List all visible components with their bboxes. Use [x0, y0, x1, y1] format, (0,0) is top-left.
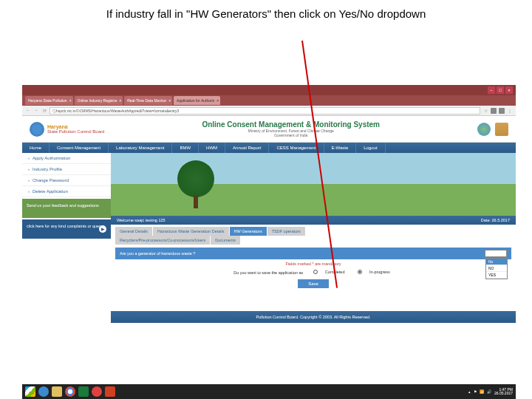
page-footer: Pollution Control Board. Copyright © 200…	[111, 311, 516, 323]
form-tabs: General Details Hazardous Waste Generati…	[111, 225, 516, 236]
maximize-icon[interactable]: □	[497, 86, 504, 94]
minimize-icon[interactable]: −	[488, 86, 495, 94]
welcome-text: Welcome saajc testing 125	[117, 218, 166, 222]
browser-tabs: Haryana State Pollution Online Industry …	[22, 95, 516, 106]
sidebar-item-profile[interactable]: Industry Profile	[22, 164, 111, 175]
ie-icon[interactable]	[38, 386, 49, 397]
board-logo-icon	[30, 122, 44, 137]
nav-consent[interactable]: Consent Management	[50, 143, 109, 153]
reload-icon[interactable]: ⟳	[41, 108, 47, 114]
mandatory-notice: Fields marked * are mandatory	[115, 259, 511, 268]
address-bar: ← → ⟳ ⓘ hspcb.nic.in/OCMMS/Hazardous/Was…	[22, 106, 516, 116]
radio-completed[interactable]	[313, 270, 318, 274]
nav-logout[interactable]: Logout	[356, 143, 385, 153]
browser-tab[interactable]: Online Industry Registra	[75, 96, 123, 105]
date-text: Date: 26.5.2017	[481, 218, 510, 222]
close-icon[interactable]: ×	[505, 86, 513, 94]
flag-icon[interactable]: ⚑	[474, 389, 477, 394]
extension-icon[interactable]	[499, 108, 505, 114]
state-name: Haryana	[47, 124, 104, 129]
chrome-icon[interactable]	[65, 386, 75, 397]
system-title: Online Consent Management & Monitoring S…	[104, 120, 477, 129]
tab-recyclers[interactable]: Recyclers/Pre-processors/Co-processors/U…	[115, 236, 210, 245]
nav-laboratory[interactable]: Laboratory Management	[109, 143, 172, 153]
forward-icon[interactable]: →	[33, 108, 39, 114]
explorer-icon[interactable]	[52, 386, 62, 397]
instruction-text: If industry fall in "HW Generators" then…	[0, 0, 532, 24]
hero-image	[111, 153, 516, 216]
start-button[interactable]	[25, 386, 35, 397]
powerpoint-icon[interactable]	[105, 386, 115, 397]
star-icon[interactable]: ☆	[482, 108, 488, 114]
main-navigation: Home Consent Management Laboratory Manag…	[22, 143, 516, 153]
nav-bmw[interactable]: BMW	[172, 143, 199, 153]
tray-up-icon[interactable]: ▴	[468, 389, 471, 394]
feedback-promo[interactable]: Send us your feedback and suggestions	[22, 199, 111, 218]
tab-documents[interactable]: Documents	[211, 236, 240, 245]
tree-graphic	[177, 160, 214, 197]
system-clock[interactable]: 1:47 PM 26.05.2017	[494, 388, 513, 396]
sidebar-item-password[interactable]: Change Password	[22, 175, 111, 186]
tab-hw-generators[interactable]: HW Generators	[230, 227, 267, 236]
browser-tab[interactable]: Real-Time Data Monitor	[124, 96, 172, 105]
dropdown-option[interactable]: No	[486, 259, 507, 265]
question-label: Are you a generator of hazardous waste ?	[120, 251, 195, 256]
save-button[interactable]: Save	[298, 279, 329, 288]
network-icon[interactable]: 📶	[480, 389, 484, 394]
tab-tsdf[interactable]: TSDF operators	[267, 227, 305, 236]
dropdown-options: No NO YES	[485, 258, 508, 279]
tab-hw-generation[interactable]: Hazardous Waste Generation Details	[153, 227, 229, 236]
sidebar-item-apply[interactable]: Apply Authorization	[22, 153, 111, 164]
nav-hwm[interactable]: HWM	[199, 143, 225, 153]
menu-icon[interactable]: ⋮	[507, 108, 513, 114]
back-icon[interactable]: ←	[25, 108, 31, 114]
play-icon: ▶	[99, 225, 106, 233]
welcome-bar: Welcome saajc testing 125 Date: 26.5.201…	[111, 216, 516, 225]
extension-icon[interactable]	[491, 108, 497, 114]
windows-taskbar: ▴ ⚑ 📶 🔊 1:47 PM 26.05.2017	[22, 384, 516, 399]
sidebar: Apply Authorization Industry Profile Cha…	[22, 153, 111, 323]
browser-tab-active[interactable]: Application for Authoriz	[174, 96, 220, 105]
complaints-promo[interactable]: click here for any kind complaints or qu…	[22, 219, 111, 239]
browser-tab[interactable]: Haryana State Pollution	[25, 96, 73, 105]
opera-icon[interactable]	[92, 386, 102, 397]
nav-ewaste[interactable]: E-Waste	[324, 143, 357, 153]
nav-report[interactable]: Annual Report	[225, 143, 269, 153]
page-header: Haryana State Pollution Control Board On…	[22, 116, 516, 143]
excel-icon[interactable]	[78, 386, 89, 397]
dropdown-option[interactable]: NO	[486, 265, 507, 272]
volume-icon[interactable]: 🔊	[487, 389, 491, 394]
tab-general[interactable]: General Details	[115, 227, 152, 236]
dropdown-option[interactable]: YES	[486, 272, 507, 279]
gov-label: Government of India	[104, 133, 477, 137]
yes-no-dropdown[interactable]: No ▼ No NO YES	[485, 250, 507, 257]
sidebar-item-delete[interactable]: Delete Application	[22, 186, 111, 197]
emblem-icon	[477, 123, 491, 136]
ashoka-emblem-icon	[495, 123, 508, 136]
url-input[interactable]: ⓘ hspcb.nic.in/OCMMS/Hazardous/WasteAuth…	[50, 107, 480, 115]
radio-inprogress[interactable]	[358, 270, 362, 274]
save-options: Do you want to save the application as C…	[115, 268, 511, 276]
window-titlebar: − □ ×	[22, 85, 516, 95]
nav-home[interactable]: Home	[22, 143, 50, 153]
board-name: State Pollution Control Board	[47, 129, 104, 134]
